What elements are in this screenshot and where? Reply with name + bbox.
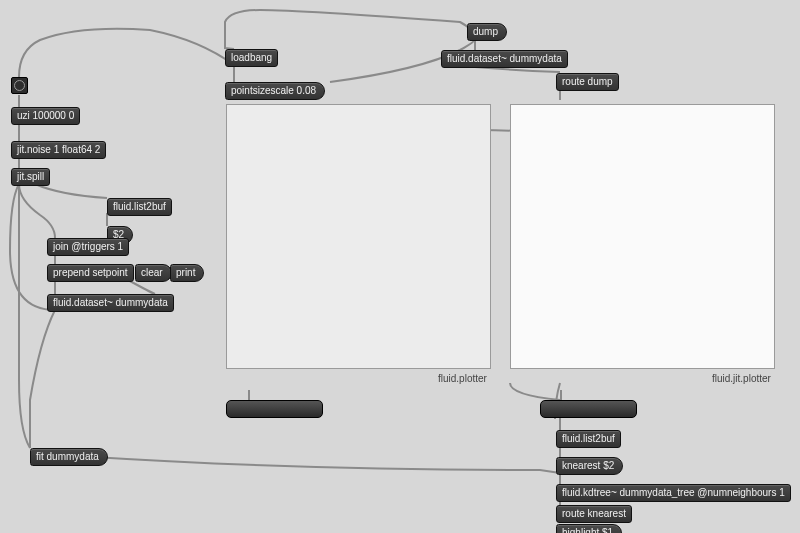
plotter-slider-1[interactable] [226, 400, 323, 418]
plotter-slider-2[interactable] [540, 400, 637, 418]
fluid-list2buf-object-1[interactable]: fluid.list2buf [107, 198, 172, 216]
join-object[interactable]: join @triggers 1 [47, 238, 129, 256]
fluid-kdtree-object[interactable]: fluid.kdtree~ dummydata_tree @numneighbo… [556, 484, 791, 502]
dump-message[interactable]: dump [467, 23, 507, 41]
print-message[interactable]: print [170, 264, 204, 282]
highlight-message[interactable]: highlight $1 [556, 524, 622, 533]
prepend-setpoint-object[interactable]: prepend setpoint [47, 264, 134, 282]
bang-button[interactable] [11, 77, 28, 94]
fit-dummydata-message[interactable]: fit dummydata [30, 448, 108, 466]
jit-spill-object[interactable]: jit.spill [11, 168, 50, 186]
route-dump-object[interactable]: route dump [556, 73, 619, 91]
route-knearest-object[interactable]: route knearest [556, 505, 632, 523]
loadbang-object[interactable]: loadbang [225, 49, 278, 67]
fluid-plotter-label: fluid.plotter [438, 373, 487, 384]
knearest-message[interactable]: knearest $2 [556, 457, 623, 475]
fluid-jit-plotter-label: fluid.jit.plotter [712, 373, 771, 384]
fluid-jit-plotter-panel[interactable] [510, 104, 775, 369]
fluid-plotter-panel[interactable] [226, 104, 491, 369]
uzi-object[interactable]: uzi 100000 0 [11, 107, 80, 125]
fluid-list2buf-object-2[interactable]: fluid.list2buf [556, 430, 621, 448]
pointsizescale-message[interactable]: pointsizescale 0.08 [225, 82, 325, 100]
fluid-dataset-object-2[interactable]: fluid.dataset~ dummydata [441, 50, 568, 68]
clear-message[interactable]: clear [135, 264, 172, 282]
jit-noise-object[interactable]: jit.noise 1 float64 2 [11, 141, 106, 159]
fluid-dataset-object-1[interactable]: fluid.dataset~ dummydata [47, 294, 174, 312]
